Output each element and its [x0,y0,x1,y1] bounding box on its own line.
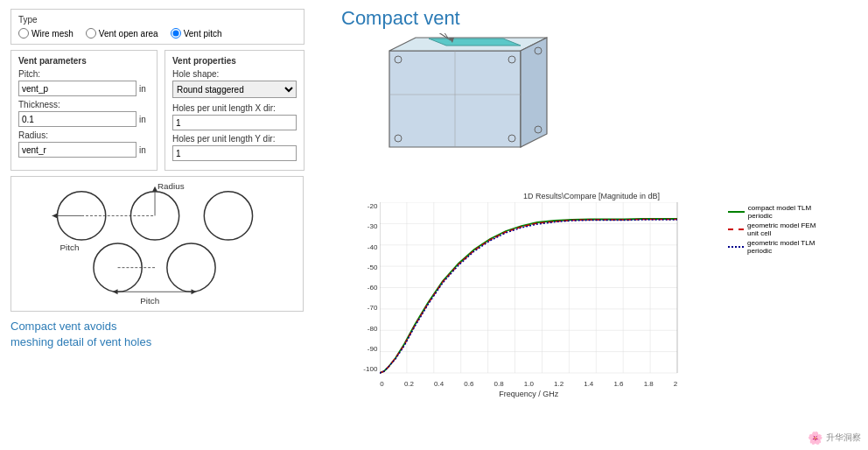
red-line [380,220,677,374]
pitch-label: Pitch: [18,69,150,79]
chart-title: 1D Results\Compare [Magnitude in dB] [324,192,859,200]
vent-open-area-option[interactable]: Vent open area [86,28,158,39]
holes-x-input[interactable] [172,115,297,130]
legend-item-compact: compact model TLM periodic [728,204,823,220]
chart-plot: 0 0.2 0.4 0.6 0.8 1.0 1.2 1.4 1.6 1.8 2 … [380,202,721,398]
y-tick-50: -50 [368,264,378,271]
x-tick-0.6: 0.6 [464,380,473,388]
legend-label-compact: compact model TLM periodic [748,204,823,220]
watermark: 🌸 升华洞察 [808,431,861,445]
svg-marker-15 [113,289,118,294]
hole-shape-select[interactable]: Round staggered Round inline Square [172,81,297,98]
vent-props-group: Vent properties Hole shape: Round stagge… [164,50,304,171]
x-axis-labels: 0 0.2 0.4 0.6 0.8 1.0 1.2 1.4 1.6 1.8 2 [380,380,677,388]
y-tick-100: -100 [363,365,377,373]
x-tick-0.8: 0.8 [494,380,504,388]
wire-mesh-radio[interactable] [18,28,29,39]
chart-legend: compact model TLM periodic geometric mod… [728,202,823,398]
x-tick-0.2: 0.2 [404,380,414,388]
chart-svg [380,202,721,377]
vent-params-title: Vent parameters [18,56,150,66]
x-tick-2: 2 [674,380,677,388]
type-radio-group: Wire mesh Vent open area Vent pitch [18,28,297,39]
radius-unit: in [139,145,150,155]
vent-pitch-radio[interactable] [171,28,181,39]
params-row: Vent parameters Pitch: in Thickness: in … [10,50,304,171]
y-tick-40: -40 [368,243,378,251]
x-tick-0: 0 [380,380,383,388]
y-tick-30: -30 [368,222,378,230]
y-tick-60: -60 [368,284,378,292]
compact-vent-title: Compact vent [341,7,460,30]
y-tick-70: -70 [368,304,378,312]
right-panel: Compact vent [315,0,868,450]
svg-marker-16 [191,289,196,294]
watermark-icon: 🌸 [808,431,822,445]
x-tick-1.0: 1.0 [524,380,534,388]
x-tick-1.4: 1.4 [584,380,593,388]
watermark-text: 升华洞察 [826,432,861,444]
svg-text:Pitch: Pitch [60,243,79,252]
type-section: Type Wire mesh Vent open area Vent pitch [10,9,304,45]
pitch-input[interactable] [18,81,136,96]
chart-wrapper: -20 -30 -40 -50 -60 -70 -80 -90 -100 [360,202,823,398]
box-diagram [350,33,569,188]
y-axis-labels: -20 -30 -40 -50 -60 -70 -80 -90 -100 [360,202,380,373]
y-tick-90: -90 [368,345,378,353]
box-svg [350,33,569,186]
caption-text: Compact vent avoids meshing detail of ve… [10,319,304,350]
vent-open-area-label: Vent open area [99,29,158,39]
hole-shape-field-row: Hole shape: Round staggered Round inline… [172,69,297,98]
wire-mesh-option[interactable]: Wire mesh [18,28,74,39]
blue-line [380,220,677,373]
circle-diagram: Pitch Radius Pitch [10,176,304,312]
svg-point-4 [167,243,215,292]
legend-item-geometric-tlm: geometric model TLM periodic [728,239,823,255]
holes-y-input[interactable] [172,145,297,161]
svg-marker-22 [429,39,521,46]
chart-container: 1D Results\Compare [Magnitude in dB] -20… [324,192,859,443]
vent-pitch-option[interactable]: Vent pitch [171,28,222,39]
svg-text:Pitch: Pitch [140,296,159,306]
y-tick-80: -80 [368,325,378,333]
thickness-field-row: Thickness: in [18,100,150,127]
type-label: Type [18,15,297,25]
legend-line-geometric-fem [728,229,744,230]
legend-line-geometric-tlm [728,246,744,248]
thickness-unit: in [139,115,150,124]
x-tick-0.4: 0.4 [434,380,444,388]
radius-input[interactable] [18,142,136,158]
x-tick-1.6: 1.6 [613,380,623,388]
wire-mesh-label: Wire mesh [32,29,74,39]
x-tick-1.2: 1.2 [554,380,564,388]
radius-field-row: Radius: in [18,130,150,158]
green-line [380,219,677,373]
legend-line-compact [728,211,744,213]
vent-pitch-label: Vent pitch [184,29,222,39]
y-tick-20: -20 [368,202,378,210]
pitch-unit: in [139,84,150,94]
hole-shape-label: Hole shape: [172,69,297,79]
vent-open-area-radio[interactable] [86,28,96,39]
holes-y-label: Holes per unit length Y dir: [172,134,297,144]
svg-point-2 [204,192,252,240]
legend-label-geometric-tlm: geometric model TLM periodic [747,239,823,255]
thickness-input[interactable] [18,111,136,127]
vent-params-group: Vent parameters Pitch: in Thickness: in … [10,50,158,171]
legend-item-geometric-fem: geometric model FEM unit cell [728,221,823,237]
left-panel: Type Wire mesh Vent open area Vent pitch… [0,0,315,450]
thickness-label: Thickness: [18,100,150,109]
circle-diagram-svg: Pitch Radius Pitch [11,177,303,311]
holes-x-field-row: Holes per unit length X dir: [172,103,297,130]
vent-props-title: Vent properties [172,56,297,66]
x-axis-title: Frequency / GHz [380,390,677,398]
pitch-field-row: Pitch: in [18,69,150,96]
legend-label-geometric-fem: geometric model FEM unit cell [747,221,823,237]
svg-marker-21 [521,38,547,147]
svg-text:Radius: Radius [158,181,185,191]
radius-label: Radius: [18,130,150,140]
holes-x-label: Holes per unit length X dir: [172,103,297,113]
top-content [324,33,859,188]
x-tick-1.8: 1.8 [644,380,654,388]
holes-y-field-row: Holes per unit length Y dir: [172,134,297,161]
